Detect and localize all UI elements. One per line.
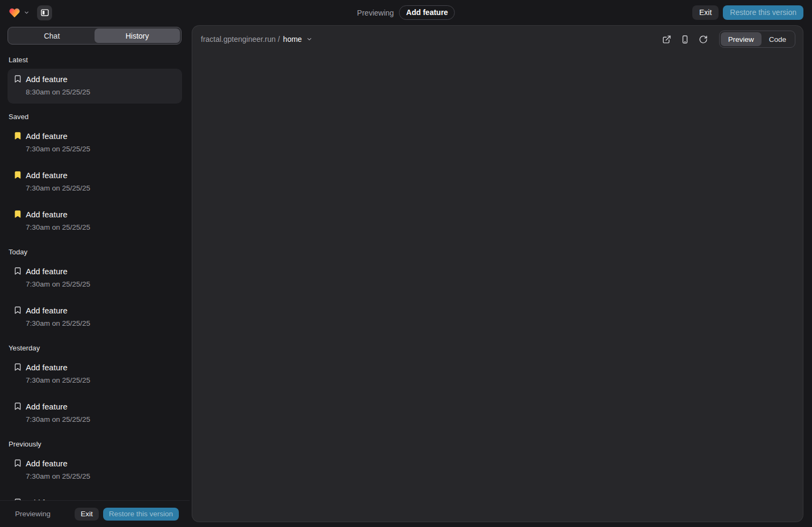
version-pill[interactable]: Add feature — [399, 5, 455, 20]
preview-header: fractal.gptengineer.run / home — [192, 26, 803, 53]
history-item-time: 7:30am on 25/25/25 — [26, 223, 176, 232]
history-item-time: 8:30am on 25/25/25 — [26, 87, 176, 97]
breadcrumb-page: home — [283, 35, 302, 43]
bookmark-icon — [13, 75, 22, 83]
bookmark-icon — [13, 363, 22, 371]
history-item-time: 7:30am on 25/25/25 — [26, 184, 176, 193]
history-item-time: 7:30am on 25/25/25 — [26, 319, 176, 328]
tab-code[interactable]: Code — [762, 32, 794, 46]
history-item[interactable]: Add feature7:30am on 25/25/25 — [8, 204, 182, 239]
url-breadcrumb[interactable]: fractal.gptengineer.run / home — [201, 35, 313, 43]
bookmark-saved-icon — [13, 171, 22, 179]
lovable-heart-logo[interactable] — [9, 7, 20, 19]
bookmark-icon — [13, 402, 22, 411]
footer-restore-version-button[interactable]: Restore this version — [103, 508, 179, 521]
topbar-center: Previewing Add feature — [357, 0, 455, 25]
history-item-title: Add feature — [26, 458, 176, 469]
topbar-left — [9, 5, 52, 20]
restore-version-button[interactable]: Restore this version — [723, 5, 803, 20]
sidebar-footer: Previewing Exit Restore this version — [0, 500, 190, 527]
history-item-title: Add feature — [26, 131, 176, 142]
history-item-time: 7:30am on 25/25/25 — [26, 472, 176, 481]
bookmark-icon — [13, 498, 22, 500]
preview-panel: fractal.gptengineer.run / home — [192, 25, 803, 522]
bookmark-icon — [13, 267, 22, 275]
bookmark-saved-icon — [13, 131, 22, 140]
history-item[interactable]: Add feature7:30am on 25/25/25 — [8, 126, 182, 160]
panel-left-icon — [40, 8, 49, 17]
tab-preview[interactable]: Preview — [721, 32, 762, 46]
sidebar-toggle-button[interactable] — [37, 5, 52, 20]
chevron-down-icon[interactable] — [24, 10, 30, 16]
previewing-label: Previewing — [357, 9, 394, 17]
topbar: Previewing Add feature Exit Restore this… — [0, 0, 812, 25]
history-item[interactable]: Add feature7:30am on 25/25/25 — [8, 396, 182, 431]
bookmark-icon — [13, 459, 22, 467]
section-label: Yesterday — [9, 344, 181, 352]
bookmark-saved-icon — [13, 210, 22, 218]
previewing-status-label: Previewing — [15, 510, 50, 518]
tab-history[interactable]: History — [95, 28, 180, 43]
history-item-title: Add feature — [26, 74, 176, 85]
history-item[interactable]: Add feature7:30am on 25/25/25 — [8, 261, 182, 296]
history-item-title: Add feature — [26, 401, 176, 412]
topbar-right: Exit Restore this version — [692, 5, 803, 20]
section-label: Previously — [9, 440, 181, 448]
history-item-time: 7:30am on 25/25/25 — [26, 144, 176, 154]
chevron-down-icon — [306, 36, 313, 42]
history-item[interactable]: Add feature7:30am on 25/25/25 — [8, 453, 182, 488]
history-item[interactable]: Add feature7:30am on 25/25/25 — [8, 357, 182, 392]
external-link-icon — [662, 35, 671, 44]
tab-chat[interactable]: Chat — [9, 28, 95, 43]
refresh-button[interactable] — [695, 31, 712, 47]
exit-button[interactable]: Exit — [692, 5, 719, 20]
history-item-title: Add feature — [26, 362, 176, 373]
preview-canvas — [192, 53, 803, 522]
open-in-new-tab-button[interactable] — [659, 31, 675, 47]
history-item-time: 7:30am on 25/25/25 — [26, 415, 176, 424]
history-item[interactable]: Add feature8:30am on 25/25/25 — [8, 69, 182, 104]
refresh-icon — [699, 35, 708, 44]
section-label: Latest — [9, 56, 181, 64]
history-list: LatestAdd feature8:30am on 25/25/25Saved… — [0, 45, 190, 500]
section-label: Saved — [9, 113, 181, 121]
preview-code-toggle: Preview Code — [719, 31, 795, 48]
bookmark-icon — [13, 306, 22, 314]
chat-history-tabs: Chat History — [8, 27, 182, 45]
history-item-title: Add feature — [26, 170, 176, 181]
breadcrumb-host: fractal.gptengineer.run / — [201, 35, 280, 43]
history-item-title: Add feature — [26, 209, 176, 220]
history-item-title: Add feature — [26, 497, 176, 500]
history-item[interactable]: Add feature7:30am on 25/25/25 — [8, 492, 182, 500]
history-item[interactable]: Add feature7:30am on 25/25/25 — [8, 165, 182, 200]
history-item[interactable]: Add feature7:30am on 25/25/25 — [8, 300, 182, 335]
history-item-title: Add feature — [26, 266, 176, 277]
section-label: Today — [9, 248, 181, 256]
smartphone-icon — [680, 35, 690, 44]
footer-exit-button[interactable]: Exit — [75, 508, 99, 521]
mobile-view-button[interactable] — [677, 31, 693, 47]
history-item-time: 7:30am on 25/25/25 — [26, 280, 176, 289]
history-sidebar: Chat History LatestAdd feature8:30am on … — [0, 25, 190, 527]
preview-actions: Preview Code — [659, 31, 795, 48]
history-item-title: Add feature — [26, 305, 176, 316]
history-item-time: 7:30am on 25/25/25 — [26, 376, 176, 385]
